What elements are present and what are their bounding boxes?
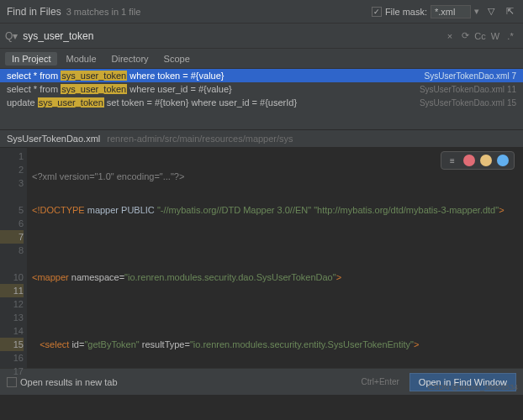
gutter: 1 2 3 5 6 7 8 10 11 12 13 14 15 16 17 — [0, 148, 27, 368]
file-crumb: SysUserTokenDao.xml renren-admin/src/mai… — [0, 129, 523, 148]
tab-module[interactable]: Module — [59, 52, 103, 66]
clear-icon[interactable]: × — [442, 31, 457, 41]
reader-toolbar: ≡ — [441, 151, 515, 170]
results-list: select * from sys_user_token where token… — [0, 69, 523, 129]
tab-scope[interactable]: Scope — [157, 52, 197, 66]
browser-icon-yellow[interactable] — [480, 155, 492, 166]
editor: 1 2 3 5 6 7 8 10 11 12 13 14 15 16 17 <?… — [0, 148, 523, 368]
tab-directory[interactable]: Directory — [105, 52, 156, 66]
scope-tabs: In Project Module Directory Scope — [0, 49, 523, 69]
reader-menu-icon[interactable]: ≡ — [446, 155, 458, 166]
match-case-toggle[interactable]: Cc — [473, 31, 488, 41]
filter-icon[interactable]: ▽ — [484, 5, 498, 18]
crumb-filepath: renren-admin/src/main/resources/mapper/s… — [107, 134, 293, 144]
result-row[interactable]: select * from sys_user_token where user_… — [0, 82, 523, 96]
file-mask-label: File mask: — [385, 7, 427, 17]
browser-icon-blue[interactable] — [497, 155, 509, 166]
shortcut-hint: Ctrl+Enter — [362, 377, 399, 386]
crumb-filename: SysUserTokenDao.xml — [7, 134, 100, 144]
browser-icon-red[interactable] — [463, 155, 475, 166]
whole-word-toggle[interactable]: W — [488, 31, 503, 41]
file-mask-group: ✓ File mask: ▾ — [372, 5, 479, 18]
history-icon[interactable]: ⟳ — [457, 30, 473, 41]
search-input[interactable] — [21, 29, 442, 44]
result-row[interactable]: update sys_user_token set token = #{toke… — [0, 96, 523, 109]
open-new-tab-checkbox[interactable] — [7, 377, 17, 387]
search-bar: Q▾ × ⟳ Cc W .* — [0, 24, 523, 49]
search-prefix-icon[interactable]: Q▾ — [5, 30, 18, 42]
watermark: CSDN @weixin_38969534 — [428, 383, 518, 391]
regex-toggle[interactable]: .* — [503, 31, 518, 41]
pin-icon[interactable]: ⇱ — [503, 5, 516, 18]
code-area[interactable]: <?xml version="1.0" encoding="..."?> <!D… — [27, 148, 523, 368]
result-row[interactable]: select * from sys_user_token where token… — [0, 69, 523, 82]
dialog-title: Find in Files — [7, 6, 61, 18]
dialog-titlebar: Find in Files 3 matches in 1 file ✓ File… — [0, 0, 523, 24]
match-count: 3 matches in 1 file — [66, 7, 141, 17]
file-mask-dropdown-icon[interactable]: ▾ — [474, 6, 479, 17]
file-mask-checkbox[interactable]: ✓ — [372, 7, 382, 17]
file-mask-input[interactable] — [431, 5, 471, 18]
open-new-tab-label: Open results in new tab — [20, 377, 118, 387]
tab-in-project[interactable]: In Project — [5, 52, 57, 66]
